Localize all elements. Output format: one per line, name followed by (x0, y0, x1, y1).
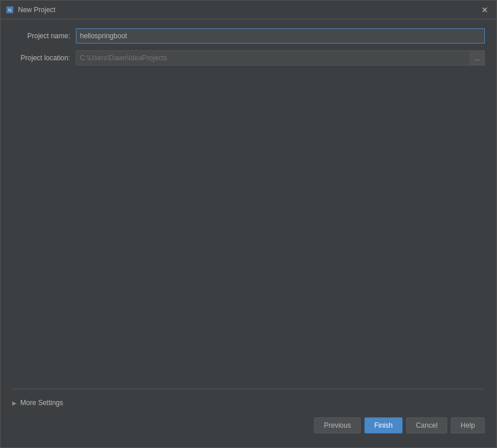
project-name-row: Project name: (12, 28, 485, 43)
project-name-input[interactable] (76, 28, 485, 43)
close-button[interactable]: ✕ (478, 3, 492, 17)
more-settings-label: More Settings (20, 399, 63, 407)
more-settings-arrow-icon: ▶ (12, 400, 17, 406)
previous-button[interactable]: Previous (314, 417, 361, 434)
window-title: New Project (18, 6, 478, 14)
main-content-area (12, 72, 485, 389)
project-location-row: Project location: ... (12, 50, 485, 65)
cancel-button[interactable]: Cancel (406, 417, 447, 434)
svg-text:N: N (8, 8, 12, 13)
project-location-label: Project location: (12, 54, 76, 62)
project-name-label: Project name: (12, 32, 76, 40)
title-bar: N New Project ✕ (1, 1, 496, 19)
more-settings-toggle[interactable]: ▶ More Settings (12, 396, 485, 409)
button-row: Previous Finish Cancel Help (12, 417, 485, 438)
content-area: Project name: Project location: ... ▶ Mo… (1, 19, 496, 447)
new-project-window: N New Project ✕ Project name: Project lo… (0, 0, 497, 448)
project-location-input[interactable] (76, 50, 470, 65)
finish-button[interactable]: Finish (364, 417, 403, 434)
browse-button[interactable]: ... (470, 50, 485, 65)
location-input-wrapper: ... (76, 50, 485, 65)
window-icon: N (5, 5, 14, 14)
help-button[interactable]: Help (451, 417, 485, 434)
bottom-area: ▶ More Settings Previous Finish Cancel H… (12, 389, 485, 438)
